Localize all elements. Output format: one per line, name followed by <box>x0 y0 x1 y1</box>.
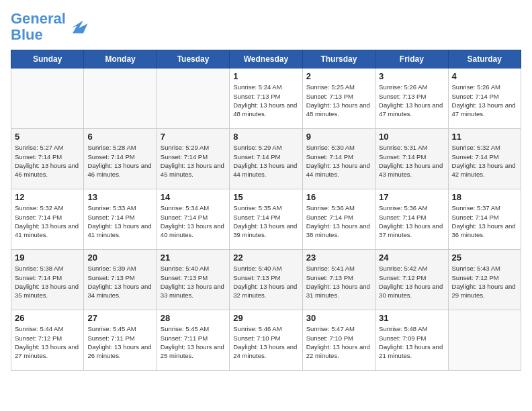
day-info: Sunrise: 5:38 AMSunset: 7:14 PMDaylight:… <box>15 264 80 300</box>
day-info: Sunrise: 5:36 AMSunset: 7:14 PMDaylight:… <box>379 203 444 239</box>
calendar-week-4: 19 Sunrise: 5:38 AMSunset: 7:14 PMDaylig… <box>11 250 521 310</box>
day-number: 5 <box>15 132 80 142</box>
day-number: 6 <box>87 132 152 142</box>
day-info: Sunrise: 5:30 AMSunset: 7:14 PMDaylight:… <box>306 143 371 179</box>
day-number: 28 <box>161 313 226 323</box>
day-info: Sunrise: 5:32 AMSunset: 7:14 PMDaylight:… <box>452 143 517 179</box>
day-number: 27 <box>87 313 152 323</box>
day-number: 9 <box>306 132 371 142</box>
calendar-cell: 10 Sunrise: 5:31 AMSunset: 7:14 PMDaylig… <box>375 129 448 189</box>
calendar-cell: 17 Sunrise: 5:36 AMSunset: 7:14 PMDaylig… <box>375 189 448 250</box>
calendar-cell: 18 Sunrise: 5:37 AMSunset: 7:14 PMDaylig… <box>448 189 521 250</box>
calendar-cell: 26 Sunrise: 5:44 AMSunset: 7:12 PMDaylig… <box>11 310 84 371</box>
calendar-cell: 11 Sunrise: 5:32 AMSunset: 7:14 PMDaylig… <box>448 129 521 189</box>
day-number: 3 <box>379 71 444 81</box>
calendar-header: SundayMondayTuesdayWednesdayThursdayFrid… <box>11 50 521 68</box>
day-info: Sunrise: 5:31 AMSunset: 7:14 PMDaylight:… <box>379 143 444 179</box>
day-number: 15 <box>233 192 298 202</box>
calendar-cell: 2 Sunrise: 5:25 AMSunset: 7:13 PMDayligh… <box>302 68 375 129</box>
weekday-header-thursday: Thursday <box>302 50 375 68</box>
day-number: 30 <box>306 313 371 323</box>
calendar-cell: 24 Sunrise: 5:42 AMSunset: 7:12 PMDaylig… <box>375 250 448 310</box>
calendar-cell: 15 Sunrise: 5:35 AMSunset: 7:14 PMDaylig… <box>230 189 302 250</box>
calendar-cell: 1 Sunrise: 5:24 AMSunset: 7:13 PMDayligh… <box>230 68 302 129</box>
calendar-table: SundayMondayTuesdayWednesdayThursdayFrid… <box>11 50 521 371</box>
day-info: Sunrise: 5:24 AMSunset: 7:13 PMDaylight:… <box>233 83 298 118</box>
day-info: Sunrise: 5:34 AMSunset: 7:14 PMDaylight:… <box>161 203 226 239</box>
calendar-cell: 25 Sunrise: 5:43 AMSunset: 7:12 PMDaylig… <box>448 250 521 310</box>
day-number: 10 <box>379 132 444 142</box>
logo: General Blue <box>11 11 89 43</box>
calendar-cell: 29 Sunrise: 5:46 AMSunset: 7:10 PMDaylig… <box>230 310 302 371</box>
day-number: 29 <box>233 313 298 323</box>
weekday-header-tuesday: Tuesday <box>157 50 229 68</box>
day-info: Sunrise: 5:36 AMSunset: 7:14 PMDaylight:… <box>306 203 371 239</box>
day-info: Sunrise: 5:32 AMSunset: 7:14 PMDaylight:… <box>15 203 80 239</box>
day-info: Sunrise: 5:48 AMSunset: 7:09 PMDaylight:… <box>379 324 444 360</box>
calendar-cell: 16 Sunrise: 5:36 AMSunset: 7:14 PMDaylig… <box>302 189 375 250</box>
day-info: Sunrise: 5:40 AMSunset: 7:13 PMDaylight:… <box>233 264 298 300</box>
weekday-header-wednesday: Wednesday <box>230 50 302 68</box>
day-info: Sunrise: 5:41 AMSunset: 7:13 PMDaylight:… <box>306 264 371 300</box>
day-info: Sunrise: 5:39 AMSunset: 7:13 PMDaylight:… <box>87 264 152 300</box>
day-info: Sunrise: 5:44 AMSunset: 7:12 PMDaylight:… <box>15 324 80 360</box>
svg-marker-0 <box>71 21 87 34</box>
calendar-week-1: 1 Sunrise: 5:24 AMSunset: 7:13 PMDayligh… <box>11 68 521 129</box>
day-number: 18 <box>452 192 517 202</box>
day-number: 25 <box>452 253 517 263</box>
calendar-cell <box>84 68 157 129</box>
calendar-cell: 6 Sunrise: 5:28 AMSunset: 7:14 PMDayligh… <box>84 129 157 189</box>
calendar-cell: 27 Sunrise: 5:45 AMSunset: 7:11 PMDaylig… <box>84 310 157 371</box>
calendar-cell: 22 Sunrise: 5:40 AMSunset: 7:13 PMDaylig… <box>230 250 302 310</box>
calendar-week-3: 12 Sunrise: 5:32 AMSunset: 7:14 PMDaylig… <box>11 189 521 250</box>
day-info: Sunrise: 5:47 AMSunset: 7:10 PMDaylight:… <box>306 324 371 360</box>
day-number: 24 <box>379 253 444 263</box>
calendar-cell: 21 Sunrise: 5:40 AMSunset: 7:13 PMDaylig… <box>157 250 229 310</box>
calendar-cell <box>448 310 521 371</box>
weekday-header-monday: Monday <box>84 50 157 68</box>
day-info: Sunrise: 5:26 AMSunset: 7:14 PMDaylight:… <box>452 83 517 118</box>
day-number: 16 <box>306 192 371 202</box>
day-info: Sunrise: 5:37 AMSunset: 7:14 PMDaylight:… <box>452 203 517 239</box>
day-info: Sunrise: 5:25 AMSunset: 7:13 PMDaylight:… <box>306 83 371 118</box>
calendar-cell: 23 Sunrise: 5:41 AMSunset: 7:13 PMDaylig… <box>302 250 375 310</box>
day-number: 11 <box>452 132 517 142</box>
day-number: 12 <box>15 192 80 202</box>
weekday-header-row: SundayMondayTuesdayWednesdayThursdayFrid… <box>11 50 521 68</box>
day-number: 7 <box>161 132 226 142</box>
day-info: Sunrise: 5:40 AMSunset: 7:13 PMDaylight:… <box>161 264 226 300</box>
day-number: 13 <box>87 192 152 202</box>
day-info: Sunrise: 5:27 AMSunset: 7:14 PMDaylight:… <box>15 143 80 179</box>
day-number: 21 <box>161 253 226 263</box>
calendar-cell: 7 Sunrise: 5:29 AMSunset: 7:14 PMDayligh… <box>157 129 229 189</box>
day-info: Sunrise: 5:29 AMSunset: 7:14 PMDaylight:… <box>233 143 298 179</box>
day-info: Sunrise: 5:29 AMSunset: 7:14 PMDaylight:… <box>161 143 226 179</box>
day-info: Sunrise: 5:43 AMSunset: 7:12 PMDaylight:… <box>452 264 517 300</box>
calendar-cell: 4 Sunrise: 5:26 AMSunset: 7:14 PMDayligh… <box>448 68 521 129</box>
day-number: 26 <box>15 313 80 323</box>
calendar-cell: 31 Sunrise: 5:48 AMSunset: 7:09 PMDaylig… <box>375 310 448 371</box>
calendar-cell: 30 Sunrise: 5:47 AMSunset: 7:10 PMDaylig… <box>302 310 375 371</box>
weekday-header-saturday: Saturday <box>448 50 521 68</box>
day-number: 22 <box>233 253 298 263</box>
day-info: Sunrise: 5:33 AMSunset: 7:14 PMDaylight:… <box>87 203 152 239</box>
calendar-cell: 5 Sunrise: 5:27 AMSunset: 7:14 PMDayligh… <box>11 129 84 189</box>
day-number: 8 <box>233 132 298 142</box>
day-info: Sunrise: 5:28 AMSunset: 7:14 PMDaylight:… <box>87 143 152 179</box>
day-number: 20 <box>87 253 152 263</box>
day-number: 1 <box>233 71 298 81</box>
day-info: Sunrise: 5:35 AMSunset: 7:14 PMDaylight:… <box>233 203 298 239</box>
calendar-week-5: 26 Sunrise: 5:44 AMSunset: 7:12 PMDaylig… <box>11 310 521 371</box>
day-number: 23 <box>306 253 371 263</box>
calendar-week-2: 5 Sunrise: 5:27 AMSunset: 7:14 PMDayligh… <box>11 129 521 189</box>
day-number: 31 <box>379 313 444 323</box>
day-number: 19 <box>15 253 80 263</box>
day-info: Sunrise: 5:26 AMSunset: 7:13 PMDaylight:… <box>379 83 444 118</box>
day-info: Sunrise: 5:42 AMSunset: 7:12 PMDaylight:… <box>379 264 444 300</box>
calendar-cell: 20 Sunrise: 5:39 AMSunset: 7:13 PMDaylig… <box>84 250 157 310</box>
page-header: General Blue <box>11 11 521 43</box>
logo-icon <box>67 17 89 36</box>
calendar-body: 1 Sunrise: 5:24 AMSunset: 7:13 PMDayligh… <box>11 68 521 371</box>
calendar-cell <box>11 68 84 129</box>
weekday-header-friday: Friday <box>375 50 448 68</box>
